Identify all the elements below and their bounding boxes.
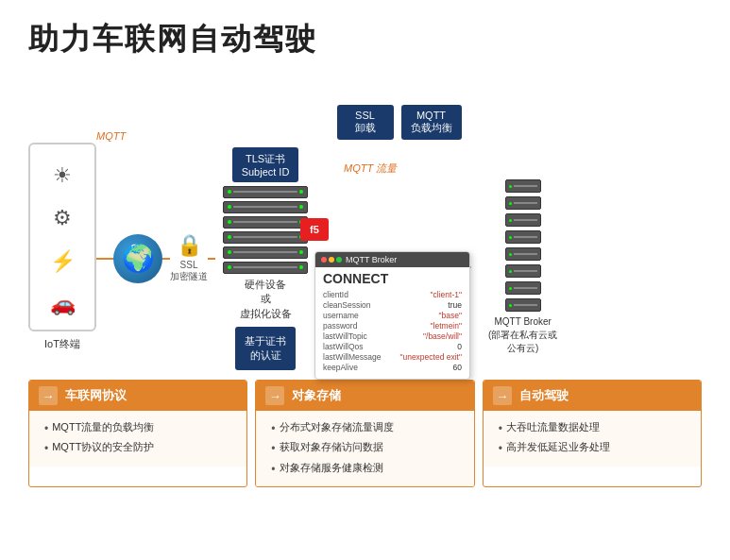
bullet-5: •	[271, 460, 275, 479]
bullet-4: •	[271, 439, 275, 458]
card-object-storage-header: → 对象存储	[256, 381, 473, 411]
line-iot-globe	[96, 258, 113, 260]
row-password: password"letmein"	[323, 321, 462, 331]
row-cleansession: cleanSessiontrue	[323, 300, 462, 310]
server-unit-4	[223, 231, 308, 244]
bullet-1: •	[44, 419, 48, 438]
card-storage-item-1: • 分布式对象存储流量调度	[271, 418, 464, 438]
broker-unit-3	[505, 213, 541, 227]
bottom-cards: → 车联网协议 • MQTT流量的负载均衡 • MQTT协议的安全防护 → 对象…	[28, 380, 702, 487]
card-car-item-2: • MQTT协议的安全防护	[44, 438, 237, 458]
broker-unit-5	[505, 247, 541, 261]
mqtt-lb-box: MQTT负载均衡	[401, 105, 462, 140]
storage-item-text-3: 对象存储服务健康检测	[280, 459, 383, 477]
dot-green	[336, 257, 342, 263]
server-rack	[223, 186, 308, 274]
server-with-f5: f5	[215, 186, 315, 274]
card-car-network-body: • MQTT流量的负载均衡 • MQTT协议的安全防护	[29, 411, 246, 467]
right-section: MQTT 流量 CONNECT (clean session = 1) CONN…	[334, 161, 557, 355]
iot-box: ☀ ⚙ ⚡ 🚗	[28, 143, 96, 331]
broker-unit-2	[505, 196, 541, 210]
line-globe-lock	[162, 258, 170, 260]
connect-dialog-wrapper: CONNECT (clean session = 1) CONNACK	[334, 251, 450, 283]
bullet-2: •	[44, 439, 48, 458]
broker-unit-1	[505, 179, 541, 193]
card-autonomous-body: • 大吞吐流量数据处理 • 高并发低延迟业务处理	[484, 411, 701, 467]
iot-terminal-col: ☀ ⚙ ⚡ 🚗 IoT终端	[28, 114, 96, 351]
card-car-item-1: • MQTT流量的负载均衡	[44, 418, 237, 438]
card-arrow-icon: →	[39, 386, 58, 405]
connect-dialog-header: MQTT Broker	[315, 252, 469, 267]
dialog-header-label: MQTT Broker	[346, 255, 397, 264]
f5-badge: f5	[300, 218, 329, 241]
card-car-network-title: 车联网协议	[65, 387, 127, 404]
broker-label: MQTT Broker(部署在私有云或公有云)	[488, 315, 557, 355]
row-clientid: clientId"client-1"	[323, 290, 462, 299]
line-lock-server	[208, 258, 215, 260]
globe-icon: 🌍	[113, 234, 162, 283]
server-unit-2	[223, 201, 308, 213]
gear-icon: ⚙	[53, 202, 72, 233]
broker-unit-7	[505, 281, 541, 295]
hardware-label: 硬件设备或虚拟化设备	[240, 278, 292, 321]
ssl-offload-box: SSL卸载	[337, 105, 394, 140]
card-arrow-icon-3: →	[493, 386, 512, 405]
page-title: 助力车联网自动驾驶	[28, 19, 702, 60]
window-dots	[321, 257, 342, 263]
bullet-3: •	[271, 419, 275, 438]
broker-servers	[505, 179, 541, 312]
broker-section: MQTT Broker(部署在私有云或公有云)	[488, 179, 557, 355]
card-auto-item-2: • 高并发低延迟业务处理	[499, 438, 691, 458]
card-object-storage: → 对象存储 • 分布式对象存储流量调度 • 获取对象存储访问数据 • 对象存储…	[255, 380, 474, 487]
card-storage-item-3: • 对象存储服务健康检测	[271, 459, 464, 479]
row-username: username"base"	[323, 311, 462, 320]
page: 助力车联网自动驾驶 ☀ ⚙ ⚡ 🚗 IoT终端 SSL卸载 MQTT负载均衡	[0, 0, 730, 560]
auto-item-text-1: 大吞吐流量数据处理	[506, 418, 600, 436]
sun-icon: ☀	[53, 160, 72, 191]
top-boxes-row: SSL卸载 MQTT负载均衡	[96, 105, 702, 140]
card-autonomous-title: 自动驾驶	[519, 387, 569, 404]
lock-icon: 🔒	[177, 233, 202, 258]
connect-broker-row: CONNECT (clean session = 1) CONNACK	[334, 179, 557, 355]
bullet-7: •	[499, 439, 502, 458]
dot-yellow	[329, 257, 334, 263]
card-car-network: → 车联网协议 • MQTT流量的负载均衡 • MQTT协议的安全防护	[28, 380, 247, 487]
broker-unit-6	[505, 264, 541, 278]
pulse-icon: ⚡	[50, 246, 76, 277]
auto-item-text-2: 高并发低延迟业务处理	[506, 438, 610, 456]
connect-table: clientId"client-1" cleanSessiontrue user…	[315, 288, 469, 379]
iot-label: IoT终端	[44, 337, 80, 351]
connect-title: CONNECT	[315, 267, 469, 288]
cert-box: 基于证书的认证	[235, 327, 296, 370]
bullet-6: •	[499, 419, 502, 438]
tls-box: TLS证书Subject ID	[232, 147, 299, 182]
lock-group: 🔒 SSL加密隧道	[170, 233, 208, 283]
storage-item-text-2: 获取对象存储访问数据	[280, 438, 383, 456]
storage-item-text-1: 分布式对象存储流量调度	[280, 418, 394, 436]
dot-red	[321, 257, 327, 263]
car-item-text-1: MQTT流量的负载均衡	[52, 418, 154, 436]
row-lastwillmessage: lastWillMessage"unexpected exit"	[323, 352, 462, 362]
row-lastwillqos: lastWillQos0	[323, 342, 462, 351]
broker-unit-8	[505, 298, 541, 312]
middle-col: SSL卸载 MQTT负载均衡 MQTT 🌍	[96, 77, 702, 370]
mqtt-flow-label: MQTT 流量	[344, 161, 397, 176]
diagram-inner: ☀ ⚙ ⚡ 🚗 IoT终端 SSL卸载 MQTT负载均衡 MQTT	[28, 77, 702, 370]
ssl-tunnel-label: SSL加密隧道	[170, 260, 208, 283]
connect-dialog: MQTT Broker CONNECT clientId"client-1" c…	[314, 251, 470, 380]
diagram-area: ☀ ⚙ ⚡ 🚗 IoT终端 SSL卸载 MQTT负载均衡 MQTT	[28, 77, 702, 370]
server-unit-3	[223, 216, 308, 229]
car-item-text-2: MQTT协议的安全防护	[52, 438, 154, 456]
card-autonomous: → 自动驾驶 • 大吞吐流量数据处理 • 高并发低延迟业务处理	[483, 380, 702, 487]
car-icon: 🚗	[50, 288, 76, 319]
card-autonomous-header: → 自动驾驶	[484, 381, 701, 411]
server-unit-6	[223, 262, 308, 274]
mqtt-label: MQTT	[96, 130, 126, 142]
row-keepalive: keepAlive60	[323, 363, 462, 372]
server-unit-1	[223, 186, 308, 198]
card-storage-item-2: • 获取对象存储访问数据	[271, 438, 464, 458]
card-object-storage-body: • 分布式对象存储流量调度 • 获取对象存储访问数据 • 对象存储服务健康检测	[256, 411, 473, 486]
card-car-network-header: → 车联网协议	[29, 381, 246, 411]
main-flow-row: MQTT 🌍 🔒 SSL加密隧道	[96, 147, 702, 370]
server-col: TLS证书Subject ID f5	[215, 147, 315, 370]
